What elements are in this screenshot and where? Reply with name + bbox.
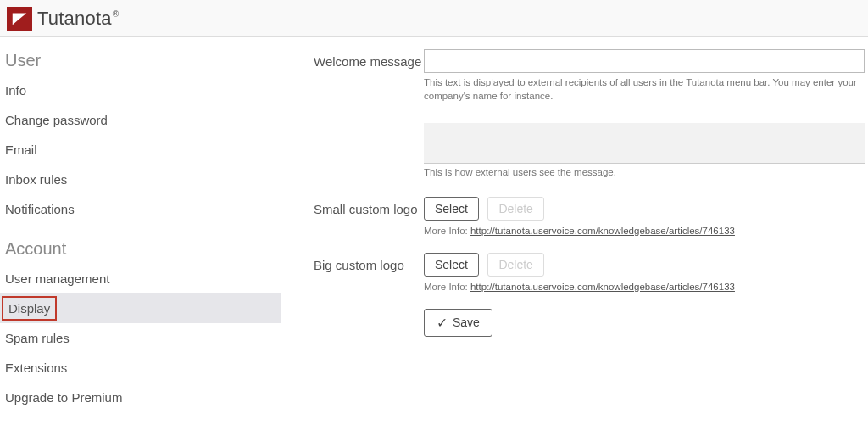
save-button[interactable]: ✓ Save <box>424 309 492 337</box>
sidebar-item-display-row[interactable]: Display <box>0 293 281 323</box>
big-logo-label: Big custom logo <box>314 253 424 272</box>
sidebar-item-inbox-rules[interactable]: Inbox rules <box>0 165 281 194</box>
small-logo-label: Small custom logo <box>314 197 424 216</box>
sidebar-item-display[interactable]: Display <box>3 298 55 319</box>
sidebar-item-spam-rules[interactable]: Spam rules <box>0 323 281 353</box>
welcome-message-helper: This text is displayed to external recip… <box>424 76 865 103</box>
welcome-message-preview <box>424 123 865 164</box>
big-logo-more-link[interactable]: http://tutanota.uservoice.com/knowledgeb… <box>470 282 735 292</box>
sidebar-item-change-password[interactable]: Change password <box>0 105 281 135</box>
small-logo-select-button[interactable]: Select <box>424 197 479 221</box>
big-logo-select-button[interactable]: Select <box>424 253 479 277</box>
check-icon: ✓ <box>437 315 448 331</box>
sidebar-item-notifications[interactable]: Notifications <box>0 194 281 224</box>
welcome-message-label: Welcome message <box>314 49 424 69</box>
big-logo-more-info: More Info: http://tutanota.uservoice.com… <box>424 282 865 292</box>
sidebar-item-upgrade[interactable]: Upgrade to Premium <box>0 383 281 412</box>
sidebar-item-email[interactable]: Email <box>0 135 281 165</box>
small-logo-delete-button: Delete <box>487 197 543 221</box>
welcome-message-input[interactable] <box>424 49 865 73</box>
sidebar-section-user: User <box>0 44 281 75</box>
welcome-message-preview-helper: This is how external users see the messa… <box>424 166 865 180</box>
main-panel: Welcome message This text is displayed t… <box>281 37 868 447</box>
sidebar-item-info[interactable]: Info <box>0 75 281 105</box>
sidebar: User Info Change password Email Inbox ru… <box>0 37 281 447</box>
sidebar-item-extensions[interactable]: Extensions <box>0 353 281 383</box>
sidebar-item-user-management[interactable]: User management <box>0 264 281 293</box>
brand-logo-icon <box>7 7 32 31</box>
app-header: Tutanota® <box>0 0 868 37</box>
sidebar-section-account: Account <box>0 232 281 264</box>
brand-name: Tutanota® <box>37 8 119 30</box>
small-logo-more-link[interactable]: http://tutanota.uservoice.com/knowledgeb… <box>470 226 735 236</box>
big-logo-delete-button: Delete <box>487 253 543 277</box>
small-logo-more-info: More Info: http://tutanota.uservoice.com… <box>424 226 865 236</box>
